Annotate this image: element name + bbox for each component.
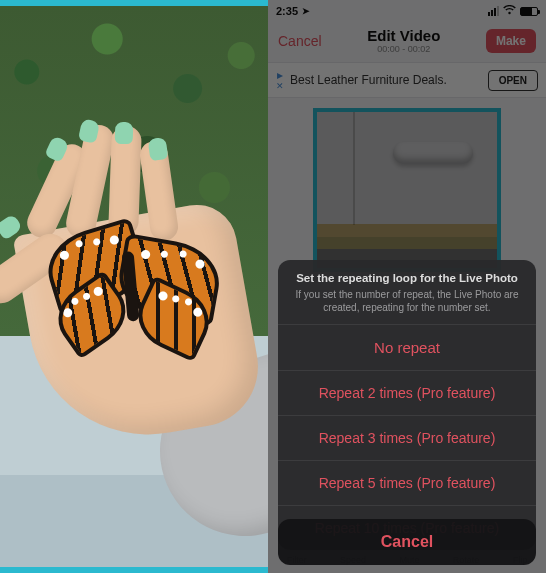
sheet-option-no-repeat[interactable]: No repeat (278, 324, 536, 370)
sheet-header: Set the repeating loop for the Live Phot… (278, 260, 536, 324)
sheet-subtitle: If you set the number of repeat, the Liv… (292, 288, 522, 314)
right-app-panel: 2:35 ➤ Cancel Edit Video 00:00 - 00:02 M… (268, 0, 546, 573)
monarch-butterfly (45, 219, 226, 363)
left-photo-panel (0, 0, 268, 573)
sheet-option-repeat-5[interactable]: Repeat 5 times (Pro feature) (278, 460, 536, 505)
butterfly-photo (0, 6, 268, 567)
sheet-option-repeat-3[interactable]: Repeat 3 times (Pro feature) (278, 415, 536, 460)
nail (148, 137, 169, 161)
sheet-option-repeat-2[interactable]: Repeat 2 times (Pro feature) (278, 370, 536, 415)
sheet-cancel-button[interactable]: Cancel (278, 519, 536, 565)
nail (115, 122, 134, 145)
sheet-title: Set the repeating loop for the Live Phot… (292, 272, 522, 284)
repeat-action-sheet: Set the repeating loop for the Live Phot… (278, 260, 536, 550)
